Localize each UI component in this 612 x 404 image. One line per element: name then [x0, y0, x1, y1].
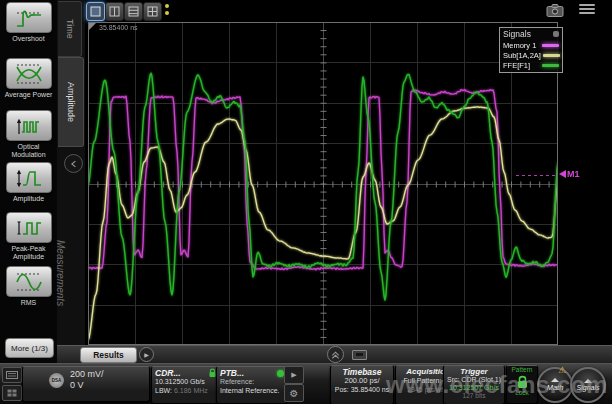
- trigger-rate: 10.312507 Gb/s: [444, 384, 504, 392]
- pin-icon: [553, 31, 559, 37]
- more-measurements-button[interactable]: More (1/3): [5, 338, 54, 358]
- layout-single-icon: [90, 6, 101, 17]
- pattern-lock-indicator[interactable]: Pattern Lock: [506, 365, 538, 404]
- measure-rms[interactable]: RMS: [0, 266, 57, 307]
- timebase-panel[interactable]: Timebase 200.00 ps/ Pos: 35.85400 ns: [330, 365, 394, 404]
- settings-button[interactable]: ⚙: [284, 384, 304, 402]
- measure-overshoot[interactable]: Overshoot: [0, 2, 57, 43]
- chevron-left-icon: [69, 159, 79, 169]
- status-dot: [165, 4, 169, 8]
- cdr-lbw-value: 6.186 MHz: [174, 387, 208, 394]
- play-icon: ▶: [144, 351, 149, 358]
- screenshot-button[interactable]: [546, 3, 564, 21]
- ptb-panel[interactable]: PTB... Reference: Internal Reference.: [216, 366, 288, 404]
- chevron-up-icon: [584, 379, 592, 383]
- waveform-plot[interactable]: [88, 22, 558, 345]
- run-button[interactable]: ▶: [284, 366, 304, 384]
- dsa-badge: DSA: [49, 373, 64, 388]
- measure-optical-modulation[interactable]: Optical Modulation: [0, 110, 57, 159]
- legend-entry-sub[interactable]: Sub[1A,2A]: [500, 50, 562, 60]
- layout-split-button[interactable]: [105, 2, 124, 21]
- tab-amplitude[interactable]: Amplitude: [58, 57, 84, 147]
- hamburger-icon: [579, 4, 595, 6]
- layout-grid-icon: [147, 6, 158, 17]
- optical-modulation-icon: [14, 114, 44, 138]
- oscilloscope-app: Overshoot Average Power Optical Modulati…: [0, 0, 612, 404]
- lock-icon: [516, 375, 529, 389]
- layout-rows-button[interactable]: [124, 2, 143, 21]
- memory1-color-swatch: [542, 44, 559, 47]
- status-dot: [165, 11, 169, 15]
- keyboard-button[interactable]: [2, 367, 22, 383]
- layout-rows-icon: [128, 6, 139, 17]
- chevron-up-icon: [330, 349, 341, 360]
- measure-average-power[interactable]: Average Power: [0, 58, 57, 99]
- measure-label: Overshoot: [0, 35, 57, 43]
- timebase-reference-marker: [89, 23, 96, 30]
- measure-label: Optical Modulation: [0, 143, 57, 159]
- camera-icon: [546, 4, 564, 17]
- sidebar-collapse-button[interactable]: [64, 154, 83, 173]
- measure-label: Peak-Peak Amplitude: [0, 245, 57, 261]
- overshoot-icon: [14, 6, 44, 30]
- menu-button[interactable]: [579, 4, 595, 14]
- ffe-color-swatch: [542, 64, 559, 67]
- panel-handle[interactable]: [352, 350, 367, 360]
- timebase-scale: 200.00 ps/: [331, 377, 393, 386]
- channel-scale: 200 mV/: [70, 369, 104, 380]
- results-tab[interactable]: Results: [80, 347, 137, 363]
- trigger-source: Src: CDR (Slot 1): [444, 376, 504, 384]
- channel-offset: 0 V: [70, 380, 104, 391]
- chevron-up-icon: [551, 378, 559, 382]
- cdr-panel[interactable]: CDR... 10.312500 Gb/s LBW: 6.186 MHz: [151, 366, 221, 404]
- layout-single-button[interactable]: [86, 2, 105, 21]
- panel-collapse-button[interactable]: [327, 346, 344, 363]
- ptb-reference-label: Reference:: [220, 378, 284, 387]
- measure-peak-peak-amplitude[interactable]: Peak-Peak Amplitude: [0, 212, 57, 261]
- green-dot: [277, 370, 284, 377]
- measurements-panel-title: Measurements: [55, 240, 66, 306]
- trigger-title: Trigger: [444, 367, 504, 376]
- layout-split-icon: [109, 6, 120, 17]
- ptb-title: PTB...: [220, 368, 244, 378]
- trigger-bits: 127 bits: [444, 392, 504, 400]
- pattern-label: Pattern: [507, 366, 537, 375]
- timebase-position: Pos: 35.85400 ns: [331, 386, 393, 395]
- measurements-sidebar: Overshoot Average Power Optical Modulati…: [0, 0, 58, 363]
- legend-entry-memory1[interactable]: Memory 1: [500, 40, 562, 50]
- marker-m1[interactable]: M1: [559, 169, 580, 179]
- measure-amplitude[interactable]: Amplitude: [0, 162, 57, 203]
- ptb-reference-value: Internal Reference.: [220, 387, 284, 396]
- keyboard-icon: [6, 371, 18, 379]
- legend-title: Signals: [503, 29, 531, 39]
- cdr-rate: 10.312500 Gb/s: [155, 378, 217, 387]
- gear-icon: ⚙: [290, 388, 299, 399]
- signals-button[interactable]: Signals: [570, 367, 606, 403]
- layout-grid-button[interactable]: [143, 2, 162, 21]
- left-arrow-marker-icon: [559, 170, 566, 178]
- average-power-icon: [14, 62, 44, 86]
- measure-label: Amplitude: [0, 195, 57, 203]
- sub-color-swatch: [543, 54, 560, 57]
- signals-legend[interactable]: Signals Memory 1 Sub[1A,2A] FFE[F1]: [499, 27, 563, 73]
- legend-entry-ffe[interactable]: FFE[F1]: [500, 60, 562, 72]
- results-expand-button[interactable]: ▶: [139, 347, 154, 362]
- apps-button[interactable]: [2, 385, 22, 401]
- rms-icon: [14, 270, 44, 294]
- cdr-title: CDR...: [155, 368, 181, 378]
- amplitude-icon: [14, 166, 44, 190]
- peak-peak-amplitude-icon: [14, 216, 44, 240]
- warning-icon: ⚠: [558, 365, 566, 375]
- trigger-panel[interactable]: Trigger Src: CDR (Slot 1) 10.312507 Gb/s…: [443, 365, 505, 404]
- cdr-lbw-label: LBW:: [155, 387, 172, 394]
- measure-label: Average Power: [0, 91, 57, 99]
- measure-label: RMS: [0, 299, 57, 307]
- channel-panel[interactable]: DSA 200 mV/ 0 V: [22, 366, 150, 402]
- waveform-display: [88, 22, 558, 345]
- tab-time[interactable]: Time: [58, 1, 82, 57]
- play-icon: ▶: [291, 371, 296, 379]
- lock-label: Lock: [507, 389, 537, 398]
- apps-icon: [7, 389, 17, 397]
- timebase-position-label: 35.85400 ns: [99, 24, 138, 31]
- math-button[interactable]: Math ⚠: [537, 367, 573, 403]
